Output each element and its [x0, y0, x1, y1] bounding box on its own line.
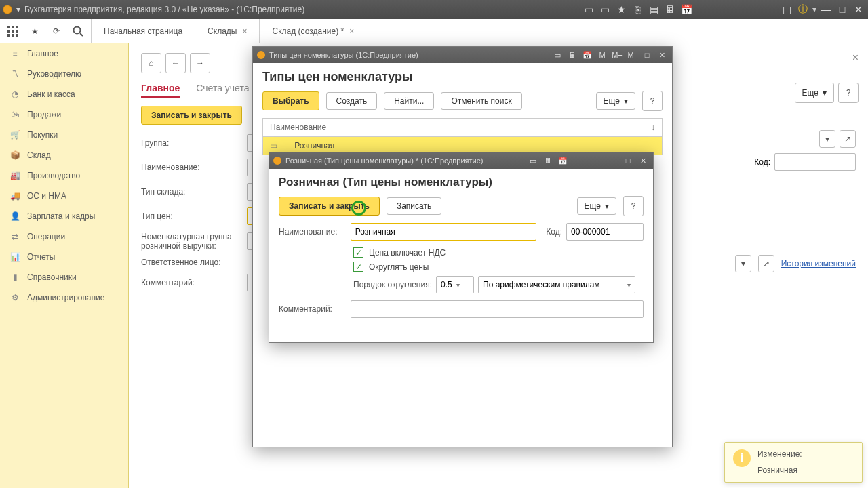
- p2-close-icon[interactable]: ✕: [637, 155, 649, 166]
- popup1-titlebar[interactable]: Типы цен номенклатуры (1С:Предприятие) ▭…: [253, 47, 672, 63]
- vat-checkbox-row[interactable]: ✓Цена включает НДС: [353, 247, 644, 258]
- info-icon: i: [733, 449, 751, 467]
- save-close-button-2[interactable]: Записать и закрыть: [279, 197, 380, 216]
- forward-button[interactable]: →: [190, 53, 210, 73]
- search-icon[interactable]: [72, 25, 84, 37]
- tb-icon-4[interactable]: ▤: [647, 3, 660, 16]
- page-tab-accounts[interactable]: Счета учета: [196, 80, 249, 98]
- save-close-button[interactable]: Записать и закрыть: [141, 106, 242, 125]
- tab-stores[interactable]: Склады×: [195, 19, 259, 43]
- round-label: Округлять цены: [369, 262, 429, 272]
- caret-down-icon: ▾: [624, 96, 628, 106]
- home-button[interactable]: ⌂: [141, 53, 161, 73]
- p1-max-icon[interactable]: □: [641, 49, 653, 60]
- more-label: Еще: [585, 201, 601, 211]
- sidebar-item-main[interactable]: ≡Главное: [0, 43, 128, 64]
- tb-icon-1[interactable]: ▭: [582, 3, 595, 16]
- popup2-more-button[interactable]: Еще▾: [577, 197, 616, 215]
- list-icon: ≡: [9, 49, 20, 58]
- gear-icon: ⚙: [9, 293, 20, 302]
- form-close-icon[interactable]: ×: [852, 52, 859, 64]
- tb-calc-icon[interactable]: 🖩: [663, 3, 677, 16]
- tb-info-caret[interactable]: ▾: [812, 5, 816, 14]
- p1-mminus[interactable]: M-: [626, 49, 638, 60]
- sidebar-item-manager[interactable]: 〽Руководителю: [0, 64, 128, 84]
- sidebar-item-purchases[interactable]: 🛒Покупки: [0, 125, 128, 145]
- popup1-more-button[interactable]: Еще▾: [596, 92, 635, 110]
- sidebar-item-label: Покупки: [27, 130, 58, 140]
- cancel-search-button[interactable]: Отменить поиск: [441, 92, 521, 110]
- history-icon[interactable]: ⟳: [50, 25, 62, 37]
- box-icon: 📦: [9, 150, 20, 160]
- p2-max-icon[interactable]: □: [622, 155, 634, 166]
- toast-notification[interactable]: i Изменение: Розничная: [724, 442, 863, 483]
- maximize-icon[interactable]: □: [835, 3, 849, 16]
- page-tab-main[interactable]: Главное: [141, 80, 180, 98]
- apps-icon[interactable]: [7, 25, 19, 37]
- tb-icon-2[interactable]: ▭: [598, 3, 612, 16]
- p1-m[interactable]: M: [596, 49, 608, 60]
- create-button[interactable]: Создать: [326, 92, 378, 110]
- sidebar-item-operations[interactable]: ⇄Операции: [0, 226, 128, 247]
- back-button[interactable]: ←: [165, 53, 186, 73]
- sidebar-item-bank[interactable]: ◔Банк и касса: [0, 84, 128, 104]
- ops-icon: ⇄: [9, 232, 20, 241]
- tb-info-icon[interactable]: ⓘ: [796, 3, 810, 16]
- sidebar-item-admin[interactable]: ⚙Администрирование: [0, 287, 128, 308]
- p1-icon-1[interactable]: ▭: [551, 49, 564, 60]
- open-button[interactable]: ↗: [840, 130, 856, 148]
- find-button[interactable]: Найти...: [384, 92, 434, 110]
- checkbox-checked-icon[interactable]: ✓: [353, 247, 363, 258]
- tab-close-icon[interactable]: ×: [242, 26, 247, 36]
- minimize-icon[interactable]: —: [819, 3, 833, 16]
- p1-mplus[interactable]: M+: [611, 49, 623, 60]
- select-caret2[interactable]: ▾: [735, 255, 751, 272]
- sidebar-item-reports[interactable]: 📊Отчеты: [0, 247, 128, 267]
- star-icon[interactable]: ★: [28, 25, 41, 37]
- p2-code-input[interactable]: [566, 223, 644, 241]
- sidebar-item-assets[interactable]: 🚚ОС и НМА: [0, 186, 128, 206]
- sidebar-item-production[interactable]: 🏭Производство: [0, 165, 128, 186]
- p2-comment-input[interactable]: [351, 300, 644, 318]
- p2-name-input[interactable]: [351, 223, 536, 241]
- round-checkbox-row[interactable]: ✓Округлять цены: [353, 262, 644, 272]
- popup1-title: Типы цен номенклатуры (1С:Предприятие): [269, 51, 418, 59]
- cart-icon: 🛒: [9, 130, 20, 140]
- open-button2[interactable]: ↗: [758, 255, 774, 272]
- p2-cal-icon[interactable]: 📅: [557, 155, 569, 166]
- code-input[interactable]: [774, 153, 856, 171]
- popup2-titlebar[interactable]: Розничная (Тип цены номенклатуры) * (1С:…: [269, 152, 653, 169]
- help-button[interactable]: ?: [838, 83, 859, 103]
- list-header[interactable]: Наименование ↓: [262, 118, 663, 136]
- popup2-help-button[interactable]: ?: [623, 196, 644, 216]
- save-button[interactable]: Записать: [387, 197, 441, 215]
- tab-store-create[interactable]: Склад (создание) *×: [259, 19, 366, 43]
- tb-star-icon[interactable]: ★: [614, 3, 628, 16]
- choose-button[interactable]: Выбрать: [262, 92, 319, 110]
- sidebar-item-sales[interactable]: 🛍Продажи: [0, 104, 128, 125]
- checkbox-checked-icon[interactable]: ✓: [353, 262, 363, 272]
- p2-icon-1[interactable]: ▭: [527, 155, 539, 166]
- p1-cal-icon[interactable]: 📅: [581, 49, 593, 60]
- tab-home[interactable]: Начальная страница: [91, 19, 195, 43]
- p2-calc-icon[interactable]: 🖩: [542, 155, 554, 166]
- round-step-select[interactable]: 0.5▾: [436, 276, 474, 293]
- sort-down-icon[interactable]: ↓: [651, 123, 655, 132]
- round-step-value: 0.5: [441, 280, 452, 289]
- sidebar-item-hr[interactable]: 👤Зарплата и кадры: [0, 206, 128, 226]
- history-link[interactable]: История изменений: [781, 259, 856, 268]
- sidebar-item-catalogs[interactable]: ▮Справочники: [0, 267, 128, 287]
- tb-cal-icon[interactable]: 📅: [679, 3, 693, 16]
- close-icon[interactable]: ✕: [852, 3, 865, 16]
- p1-close-icon[interactable]: ✕: [656, 49, 668, 60]
- tb-icon-3[interactable]: ⎘: [631, 3, 644, 16]
- round-rule-select[interactable]: По арифметическим правилам▾: [478, 276, 635, 293]
- p1-calc-icon[interactable]: 🖩: [566, 49, 578, 60]
- tb-panels-icon[interactable]: ◫: [780, 3, 793, 16]
- more-button[interactable]: Еще▾: [795, 83, 834, 103]
- tab-close-icon[interactable]: ×: [349, 26, 354, 36]
- popup1-help-button[interactable]: ?: [642, 91, 663, 111]
- select-caret[interactable]: ▾: [819, 130, 835, 148]
- arrow-down-icon[interactable]: ▾: [16, 5, 20, 14]
- sidebar-item-warehouse[interactable]: 📦Склад: [0, 145, 128, 165]
